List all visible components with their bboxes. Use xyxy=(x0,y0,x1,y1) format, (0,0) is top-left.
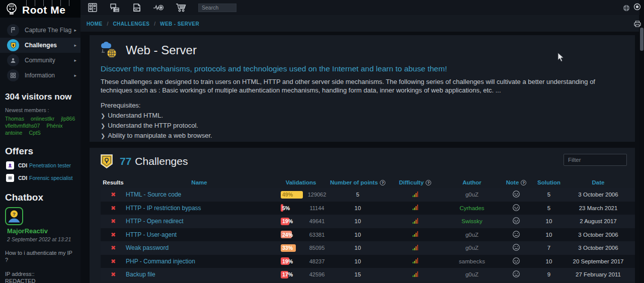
challenge-link[interactable]: Backup file xyxy=(126,271,155,278)
member-link[interactable]: vfleltvmfldhs07 xyxy=(5,123,40,129)
points-cell: 10 xyxy=(329,245,386,251)
note-cell xyxy=(500,190,532,199)
grin-face-icon xyxy=(512,217,520,225)
author-link[interactable]: g0uZ xyxy=(465,232,478,238)
sidebar-item-community[interactable]: Community ▸ xyxy=(0,53,80,68)
column-validations[interactable]: Validations xyxy=(273,179,329,185)
globe-language-icon[interactable] xyxy=(623,5,630,14)
note-cell xyxy=(500,270,532,279)
prerequisite-item: ❯Ability to manipulate a web browser. xyxy=(90,129,635,139)
author-link[interactable]: Swissky xyxy=(461,218,482,224)
member-link[interactable]: onlinestlkr xyxy=(31,116,54,122)
help-icon[interactable]: ? xyxy=(426,180,431,185)
difficulty-bars-icon xyxy=(413,205,418,210)
points-cell: 10 xyxy=(329,218,386,224)
member-link[interactable]: jlp866 xyxy=(61,116,75,122)
category-description: These challenges are designed to train u… xyxy=(90,73,635,95)
author-link[interactable]: Cyrhades xyxy=(459,205,484,211)
printer-icon[interactable] xyxy=(633,20,641,30)
not-validated-icon[interactable]: ✖ xyxy=(101,271,126,278)
not-validated-icon[interactable]: ✖ xyxy=(101,244,126,251)
not-validated-icon[interactable]: ✖ xyxy=(101,258,126,265)
solution-cell[interactable]: 5 xyxy=(532,205,566,211)
solution-cell[interactable]: 10 xyxy=(532,232,566,238)
challenge-link[interactable]: HTTP - Open redirect xyxy=(126,218,183,225)
solution-cell[interactable]: 10 xyxy=(532,258,566,264)
breadcrumb-separator: / xyxy=(154,21,155,27)
sidebar-item-challenges[interactable]: Challenges ▸ xyxy=(0,38,80,53)
difficulty-cell xyxy=(386,218,444,225)
chat-timestamp: 2 September 2022 at 13:21 xyxy=(0,235,80,242)
prerequisite-text: Ability to manipulate a web browser. xyxy=(108,132,212,139)
help-icon[interactable]: ? xyxy=(521,180,526,185)
difficulty-bars-icon xyxy=(413,192,418,197)
search-input[interactable] xyxy=(198,4,236,12)
bullet-icon: ❯ xyxy=(101,123,105,129)
chevron-right-icon: ▸ xyxy=(74,58,76,63)
prerequisite-text: Understand HTML. xyxy=(108,112,163,119)
not-validated-icon[interactable]: ✖ xyxy=(101,218,126,225)
column-results[interactable]: Results xyxy=(101,179,126,185)
challenge-link[interactable]: HTTP - User-agent xyxy=(126,231,177,238)
challenge-badge-icon xyxy=(7,39,19,51)
sidebar-item-capture-the-flag[interactable]: Capture The Flag ▸ xyxy=(0,23,80,38)
logo[interactable]: Root Me xyxy=(0,0,80,18)
validation-percentage-badge: 24% xyxy=(281,231,305,238)
not-validated-icon[interactable]: ✖ xyxy=(101,191,126,198)
challenge-link[interactable]: PHP - Command injection xyxy=(126,258,195,265)
column-author[interactable]: Author xyxy=(444,179,500,185)
difficulty-bars-icon xyxy=(413,218,418,224)
member-link[interactable]: antoine xyxy=(5,130,22,136)
solution-cell[interactable]: 5 xyxy=(532,192,566,198)
scrollbar-thumb[interactable] xyxy=(640,28,643,51)
author-cell: Cyrhades xyxy=(444,205,500,211)
column-note[interactable]: Note? xyxy=(500,179,532,185)
column-points[interactable]: Number of points? xyxy=(329,179,386,185)
scrollbar[interactable] xyxy=(639,0,644,283)
column-solution[interactable]: Solution xyxy=(532,179,566,185)
author-link[interactable]: sambecks xyxy=(459,258,485,264)
challenge-link[interactable]: HTML - Source code xyxy=(126,191,181,198)
avatar[interactable]: ? xyxy=(5,207,23,225)
filter-input[interactable] xyxy=(564,154,627,166)
difficulty-bars-icon xyxy=(413,245,418,250)
member-link[interactable]: Phénix xyxy=(46,123,62,129)
member-link[interactable]: CptS xyxy=(29,130,40,136)
sidebar-nav: Capture The Flag ▸ Challenges ▸ Communit… xyxy=(0,18,80,83)
author-link[interactable]: g0uZ xyxy=(465,245,478,251)
validation-percentage-badge: 17% xyxy=(281,271,305,278)
dictionary-icon[interactable] xyxy=(87,2,99,14)
validation-percentage-label: 24% xyxy=(282,232,293,238)
breadcrumb-bar: HOME / CHALLENGES / WEB - SERVER xyxy=(80,15,639,32)
solution-cell[interactable]: 7 xyxy=(532,245,566,251)
author-link[interactable]: g0uZ xyxy=(465,271,478,277)
challenge-link[interactable]: HTTP - IP restriction bypass xyxy=(126,205,201,212)
sidebar-item-information[interactable]: Information ▸ xyxy=(0,68,80,83)
chat-network-icon[interactable] xyxy=(109,2,121,14)
solution-cell[interactable]: 10 xyxy=(532,218,566,224)
author-link[interactable]: g0uZ xyxy=(465,192,478,198)
offer-company-icon xyxy=(6,174,14,182)
date-cell: 3 October 2006 xyxy=(566,245,631,251)
breadcrumb-current[interactable]: WEB - SERVER xyxy=(160,21,199,27)
ctf-target-icon[interactable] xyxy=(153,2,165,14)
offer-link[interactable]: Forensic specialist xyxy=(29,175,72,181)
column-date[interactable]: Date xyxy=(566,179,631,185)
offer-link[interactable]: Penetration tester xyxy=(29,162,71,168)
help-icon[interactable]: ? xyxy=(380,180,385,185)
column-difficulty[interactable]: Difficulty? xyxy=(386,179,444,185)
not-validated-icon[interactable]: ✖ xyxy=(101,205,126,212)
breadcrumb-challenges[interactable]: CHALLENGES xyxy=(113,21,149,27)
chevron-right-icon: ▸ xyxy=(74,28,76,33)
challenge-link[interactable]: Weak password xyxy=(126,244,169,251)
breadcrumb-home[interactable]: HOME xyxy=(87,21,103,27)
member-link[interactable]: Thomas xyxy=(5,116,24,122)
docs-icon[interactable] xyxy=(131,2,143,14)
chat-username[interactable]: MajorReactiv xyxy=(0,225,80,235)
not-validated-icon[interactable]: ✖ xyxy=(101,231,126,238)
column-name[interactable]: Name xyxy=(126,179,273,185)
shop-cart-icon[interactable] xyxy=(175,2,187,14)
validations-cell: 49% 129062 xyxy=(273,191,329,199)
solution-cell[interactable]: 9 xyxy=(532,271,566,277)
circle-dot-icon[interactable] xyxy=(633,3,641,13)
